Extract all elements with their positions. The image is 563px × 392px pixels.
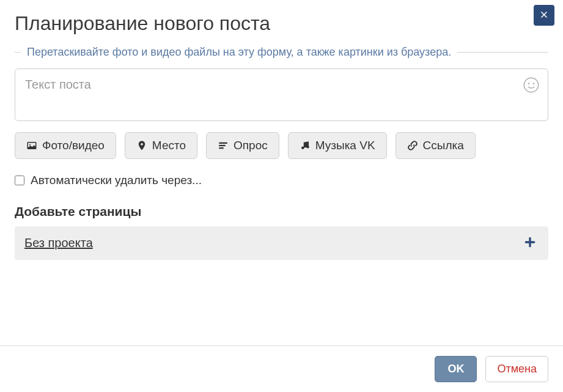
- photo-video-label: Фото/видео: [42, 139, 105, 152]
- ok-button[interactable]: OK: [435, 356, 477, 382]
- link-button[interactable]: Ссылка: [396, 132, 476, 159]
- music-button[interactable]: Музыка VK: [288, 132, 387, 159]
- svg-point-4: [29, 144, 31, 145]
- auto-delete-checkbox[interactable]: [15, 176, 24, 185]
- close-button[interactable]: [534, 5, 554, 26]
- auto-delete-row: Автоматически удалить через...: [15, 174, 548, 187]
- link-label: Ссылка: [423, 139, 464, 152]
- location-icon: [136, 140, 147, 151]
- place-label: Место: [152, 139, 186, 152]
- emoji-button[interactable]: [522, 76, 540, 95]
- auto-delete-label[interactable]: Автоматически удалить через...: [31, 174, 202, 187]
- svg-rect-6: [219, 145, 226, 146]
- list-icon: [218, 140, 229, 151]
- music-icon: [300, 140, 311, 151]
- new-post-dialog: Планирование нового поста Перетаскивайте…: [0, 0, 563, 392]
- link-icon: [407, 140, 418, 151]
- svg-point-9: [306, 146, 309, 149]
- photo-video-button[interactable]: Фото/видео: [15, 132, 116, 159]
- drop-hint-text: Перетаскивайте фото и видео файлы на эту…: [27, 46, 451, 59]
- close-icon: [539, 10, 549, 21]
- poll-button[interactable]: Опрос: [206, 132, 279, 159]
- svg-rect-5: [219, 142, 227, 144]
- place-button[interactable]: Место: [125, 132, 197, 159]
- poll-label: Опрос: [234, 139, 268, 152]
- svg-point-1: [528, 83, 529, 84]
- svg-point-0: [524, 78, 538, 92]
- project-row: Без проекта: [15, 226, 548, 260]
- project-link[interactable]: Без проекта: [24, 236, 93, 250]
- image-icon: [26, 140, 37, 151]
- pages-section-title: Добавьте страницы: [15, 204, 548, 219]
- smiley-icon: [523, 76, 540, 95]
- attachment-buttons: Фото/видео Место Опрос Музыка VK: [15, 132, 548, 159]
- dialog-footer: OK Отмена: [0, 346, 563, 392]
- svg-point-2: [534, 83, 534, 84]
- divider: [15, 52, 21, 53]
- svg-rect-7: [219, 147, 224, 149]
- dialog-title: Планирование нового поста: [15, 12, 548, 35]
- add-page-button[interactable]: [521, 234, 539, 253]
- music-label: Музыка VK: [315, 139, 375, 152]
- post-text-container: [15, 68, 548, 121]
- post-text-input[interactable]: [15, 69, 548, 118]
- drop-hint: Перетаскивайте фото и видео файлы на эту…: [15, 46, 548, 59]
- plus-icon: [524, 236, 536, 250]
- svg-point-8: [301, 147, 304, 150]
- cancel-button[interactable]: Отмена: [485, 356, 548, 382]
- divider: [457, 52, 548, 53]
